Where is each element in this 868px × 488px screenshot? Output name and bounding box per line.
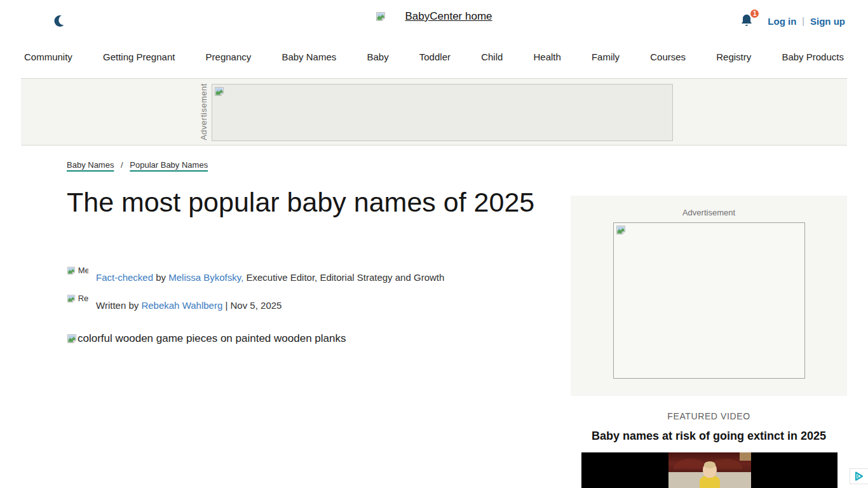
author-avatar: Rebekah Wahlberg xyxy=(67,294,88,316)
auth-divider: | xyxy=(802,16,804,26)
nav-item-baby-products[interactable]: Baby Products xyxy=(782,51,844,62)
primary-nav: Community Getting Pregnant Pregnancy Bab… xyxy=(0,42,868,71)
byline-by: by xyxy=(156,272,166,283)
video-thumbnail xyxy=(668,452,751,488)
fact-checked-link[interactable]: Fact-checked xyxy=(96,272,153,283)
nav-item-getting-pregnant[interactable]: Getting Pregnant xyxy=(103,51,175,62)
featured-video-label: FEATURED VIDEO xyxy=(571,411,847,421)
written-by-prefix: Written by xyxy=(96,300,139,311)
breadcrumb: Baby Names / Popular Baby Names xyxy=(67,160,208,170)
broken-image-icon xyxy=(214,86,224,97)
nav-item-toddler[interactable]: Toddler xyxy=(419,51,451,62)
nav-item-baby[interactable]: Baby xyxy=(367,51,388,62)
nav-item-family[interactable]: Family xyxy=(592,51,620,62)
nav-item-baby-names[interactable]: Baby Names xyxy=(281,51,336,62)
video-thumb-wall xyxy=(740,452,751,461)
featured-video-title: Baby names at risk of going extinct in 2… xyxy=(571,430,847,443)
hero-image-broken: colorful wooden game pieces on painted w… xyxy=(67,332,346,345)
author-name-link[interactable]: Rebekah Wahlberg xyxy=(141,300,222,311)
page-title: The most popular baby names of 2025 xyxy=(67,183,550,221)
nav-item-courses[interactable]: Courses xyxy=(650,51,686,62)
broken-image-icon xyxy=(67,334,77,344)
adchoices-button[interactable] xyxy=(850,468,868,484)
nav-item-registry[interactable]: Registry xyxy=(716,51,751,62)
broken-image-icon xyxy=(616,225,626,235)
advertisement-label: Advertisement xyxy=(571,196,847,217)
written-by-text: Written by Rebekah Wahlberg | Nov 5, 202… xyxy=(96,300,281,311)
sidebar-ad-placeholder[interactable] xyxy=(613,222,805,379)
fact-check-text: Fact-checked by Melissa Bykofsky, Execut… xyxy=(96,272,444,283)
logo-group: BabyCenter home xyxy=(0,10,868,23)
header-right: 1 Log in | Sign up xyxy=(739,13,845,29)
breadcrumb-separator: / xyxy=(121,160,123,170)
fact-check-byline: Melissa Bykofsky Fact-checked by Melissa… xyxy=(67,266,444,288)
notification-badge: 1 xyxy=(749,8,760,19)
video-thumb-baby xyxy=(703,462,717,478)
nav-item-child[interactable]: Child xyxy=(481,51,503,62)
fact-checker-name-link[interactable]: Melissa Bykofsky, xyxy=(168,272,243,283)
fact-checker-avatar: Melissa Bykofsky xyxy=(67,266,88,288)
nav-item-health[interactable]: Health xyxy=(533,51,560,62)
broken-image-icon xyxy=(67,266,76,275)
top-ad-placeholder[interactable] xyxy=(212,84,673,141)
hero-image-alt-text: colorful wooden game pieces on painted w… xyxy=(78,332,346,345)
sidebar-ad-container: Advertisement xyxy=(571,196,847,396)
nav-item-community[interactable]: Community xyxy=(24,51,72,62)
advertisement-label-vertical: Advertisement xyxy=(199,83,208,140)
broken-image-icon xyxy=(376,11,386,22)
broken-image-icon xyxy=(67,294,76,303)
breadcrumb-popular-baby-names[interactable]: Popular Baby Names xyxy=(130,160,208,170)
babycenter-home-link[interactable]: BabyCenter home xyxy=(405,10,492,23)
fact-checker-role: Executive Editor, Editorial Strategy and… xyxy=(247,272,445,283)
author-byline: Rebekah Wahlberg Written by Rebekah Wahl… xyxy=(67,294,281,316)
top-ad-strip: Advertisement xyxy=(21,78,847,146)
sign-up-link[interactable]: Sign up xyxy=(810,16,845,27)
featured-video-player[interactable] xyxy=(581,452,837,488)
publish-date: | Nov 5, 2025 xyxy=(225,300,281,311)
site-header: BabyCenter home 1 Log in | Sign up xyxy=(0,0,868,42)
breadcrumb-baby-names[interactable]: Baby Names xyxy=(67,160,114,170)
nav-item-pregnancy[interactable]: Pregnancy xyxy=(206,51,252,62)
adchoices-icon xyxy=(853,471,865,482)
notification-bell-button[interactable]: 1 xyxy=(739,13,756,29)
log-in-link[interactable]: Log in xyxy=(768,16,796,27)
